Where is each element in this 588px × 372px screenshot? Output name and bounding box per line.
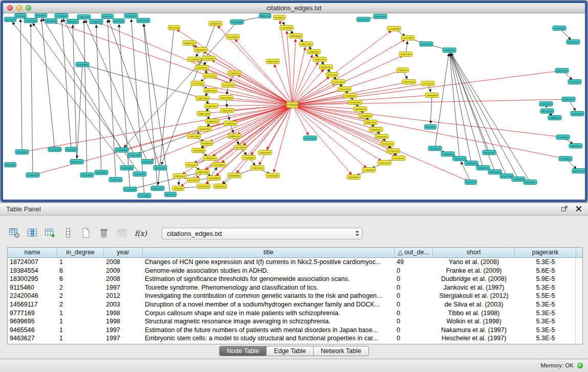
network-node[interactable]: 18945204: [476, 166, 490, 170]
network-node[interactable]: 18504804: [425, 93, 439, 98]
network-node[interactable]: 12160654: [559, 157, 572, 161]
network-node[interactable]: 18957504: [364, 120, 377, 125]
network-node[interactable]: 11544904: [359, 114, 372, 118]
network-node[interactable]: 19448794: [443, 48, 456, 53]
table-row[interactable]: 946554611997Estimation of the future num…: [8, 326, 575, 335]
network-node[interactable]: 16026203: [154, 166, 167, 170]
network-node[interactable]: 10196409: [124, 14, 138, 18]
network-node[interactable]: 15584204: [307, 50, 320, 54]
network-node[interactable]: 19863104: [196, 96, 209, 101]
table-row[interactable]: 1938455462009Genome-wide association stu…: [8, 267, 575, 275]
network-node[interactable]: 16097304: [198, 127, 211, 132]
network-node[interactable]: 18698321: [569, 144, 582, 148]
network-node[interactable]: 12751204: [203, 74, 216, 78]
network-node[interactable]: 9354306: [141, 160, 153, 164]
tab-network-table[interactable]: Network Table: [314, 346, 369, 356]
network-node[interactable]: 9792101: [101, 14, 113, 19]
column-header-name[interactable]: name: [8, 248, 57, 257]
minimize-window-button[interactable]: [16, 5, 22, 11]
network-node[interactable]: 19565983: [553, 26, 566, 31]
network-node[interactable]: 21042104: [500, 174, 513, 179]
network-node[interactable]: 15905404: [70, 160, 83, 164]
table-scrollbar[interactable]: [575, 258, 582, 344]
network-node[interactable]: 11931804: [120, 166, 134, 170]
network-node[interactable]: 15990504: [224, 121, 237, 126]
float-panel-button[interactable]: [560, 205, 569, 213]
row-tools-button[interactable]: [62, 227, 74, 239]
network-node[interactable]: 18602224: [183, 41, 196, 46]
network-node[interactable]: 10574204: [338, 87, 351, 92]
network-node[interactable]: 14004304: [221, 108, 234, 113]
network-node[interactable]: 16640904: [289, 34, 302, 38]
network-node[interactable]: 7625404: [172, 186, 184, 191]
network-node[interactable]: 18843201: [151, 186, 164, 191]
network-node[interactable]: 18839059: [555, 69, 569, 73]
network-node[interactable]: 9607631: [67, 19, 78, 24]
network-node[interactable]: 12356098: [230, 20, 244, 25]
network-node[interactable]: 16164204: [354, 107, 367, 112]
window-titlebar[interactable]: citations_edges.txt: [3, 3, 585, 13]
network-node[interactable]: 16772734: [572, 169, 585, 173]
tab-node-table[interactable]: Node Table: [219, 346, 267, 356]
network-node[interactable]: 15554309: [123, 187, 137, 192]
network-node[interactable]: 10862506: [77, 15, 91, 19]
network-node[interactable]: 10190902: [15, 150, 29, 155]
network-node[interactable]: 10974303: [399, 52, 412, 57]
network-node[interactable]: 9340203: [164, 192, 176, 197]
table-row[interactable]: 2242004622012Investigating the contribut…: [8, 292, 575, 300]
network-node[interactable]: 20732351: [567, 40, 580, 45]
show-columns-button[interactable]: [26, 227, 38, 239]
network-node[interactable]: 14220034: [194, 48, 207, 52]
network-node[interactable]: 17574104: [421, 81, 434, 86]
network-node[interactable]: 11012066: [137, 18, 150, 23]
network-node[interactable]: 17824304: [187, 134, 201, 139]
function-builder-button[interactable]: f(x): [134, 227, 148, 239]
tab-edge-table[interactable]: Edge Table: [267, 346, 313, 356]
new-table-button[interactable]: [80, 227, 92, 239]
network-node[interactable]: 8909442: [113, 19, 124, 24]
network-node[interactable]: 12754104: [222, 83, 235, 87]
network-node[interactable]: 18583979: [562, 97, 575, 102]
network-node[interactable]: 12758104: [187, 57, 201, 62]
network-node[interactable]: 18044604: [347, 175, 360, 180]
network-node[interactable]: 8613892: [35, 13, 47, 18]
network-node[interactable]: 11385201: [90, 19, 103, 24]
import-table-button[interactable]: [116, 227, 128, 239]
network-node[interactable]: 9886038: [4, 163, 16, 167]
column-header-short[interactable]: short: [433, 248, 515, 257]
network-node[interactable]: 16234102: [483, 150, 496, 155]
network-node[interactable]: 19613704: [299, 42, 313, 47]
network-node[interactable]: 10590804: [207, 176, 221, 181]
network-node[interactable]: 16162104: [319, 65, 333, 70]
network-node[interactable]: 9425606: [14, 14, 26, 18]
network-node[interactable]: 8765104: [424, 125, 436, 129]
zoom-window-button[interactable]: [26, 5, 31, 11]
network-node[interactable]: 10936104: [203, 156, 216, 161]
network-node[interactable]: 10429309: [24, 18, 37, 23]
network-node[interactable]: 13164604: [343, 94, 357, 98]
network-node[interactable]: 11548408: [387, 27, 401, 31]
network-node[interactable]: 16841504: [213, 184, 227, 189]
network-node[interactable]: 18113404: [220, 96, 233, 100]
table-row[interactable]: 946362711997Embryonic stem cells: a mode…: [8, 334, 575, 343]
close-window-button[interactable]: [7, 5, 13, 11]
network-node[interactable]: 7925404: [185, 163, 197, 167]
network-node[interactable]: 19026504: [428, 146, 442, 151]
column-header-title[interactable]: title: [143, 248, 395, 257]
table-mode-button[interactable]: [8, 227, 20, 239]
network-node[interactable]: 16520334: [540, 109, 554, 114]
network-node[interactable]: 21247447: [568, 80, 581, 84]
network-node[interactable]: 12504104: [26, 173, 39, 178]
network-node[interactable]: 20310609: [76, 62, 89, 67]
network-node[interactable]: 8134604: [273, 15, 285, 20]
network-node[interactable]: 17630404: [242, 156, 255, 160]
network-node[interactable]: 12367104: [205, 104, 218, 108]
column-header-out-de-[interactable]: △ out_de...: [395, 248, 433, 257]
network-node[interactable]: 17109365: [138, 193, 151, 198]
network-node[interactable]: 15842104: [313, 57, 326, 62]
table-row[interactable]: 1830029562008Estimation of significance …: [8, 275, 575, 283]
network-node[interactable]: 15474004: [226, 35, 239, 39]
network-node[interactable]: 16959104: [369, 127, 383, 132]
network-node[interactable]: 16541204: [378, 161, 391, 165]
network-node[interactable]: 15950304: [539, 102, 553, 106]
